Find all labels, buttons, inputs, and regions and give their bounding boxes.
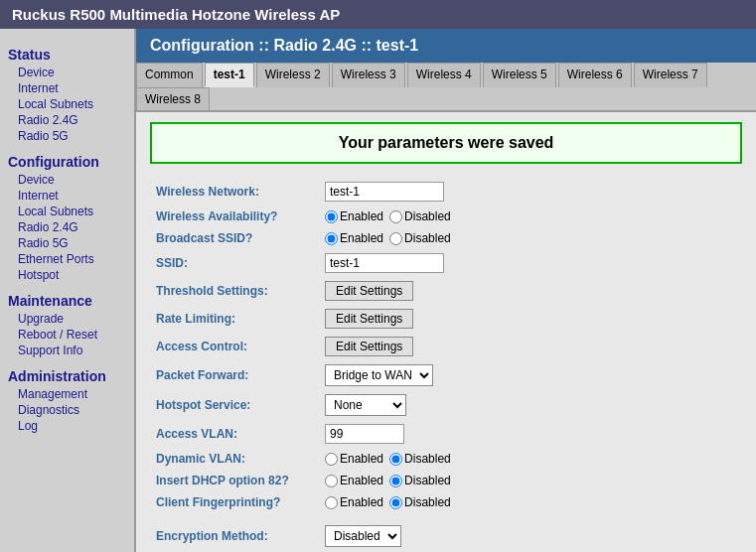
sidebar-item[interactable]: Log: [8, 418, 126, 434]
client-fingerprinting-disabled-radio[interactable]: [389, 496, 402, 509]
wireless-network-input[interactable]: [325, 182, 444, 202]
dynamic-vlan-radios: Enabled Disabled: [325, 452, 736, 466]
access-control-label: Access Control:: [150, 333, 319, 360]
sidebar-item[interactable]: Upgrade: [8, 311, 126, 327]
threshold-edit-button[interactable]: Edit Settings: [325, 281, 413, 301]
sidebar-section-title: Maintenance: [8, 293, 126, 309]
wireless-network-row: Wireless Network:: [150, 178, 742, 206]
dynamic-vlan-disabled-radio[interactable]: [389, 453, 402, 466]
settings-form: Wireless Network: Wireless Availability?…: [150, 178, 742, 551]
dynamic-vlan-disabled-label[interactable]: Disabled: [389, 452, 451, 466]
sidebar-section-title: Status: [8, 47, 126, 63]
tab-wireless-8[interactable]: Wireless 8: [136, 87, 210, 110]
success-message: Your parameters were saved: [150, 122, 742, 164]
insert-dhcp-disabled-label[interactable]: Disabled: [389, 474, 451, 487]
insert-dhcp-disabled-radio[interactable]: [389, 475, 402, 487]
sidebar: StatusDeviceInternetLocal SubnetsRadio 2…: [0, 29, 134, 552]
client-fingerprinting-row: Client Fingerprinting? Enabled Disabled: [150, 491, 742, 513]
hotspot-service-select[interactable]: None Hotspot 1 Hotspot 2: [325, 394, 406, 416]
broadcast-ssid-enabled-radio[interactable]: [325, 232, 338, 245]
hotspot-service-label: Hotspot Service:: [150, 390, 319, 420]
access-control-row: Access Control: Edit Settings: [150, 333, 742, 360]
packet-forward-select[interactable]: Bridge to WAN Local Bridge NAT: [325, 364, 433, 386]
wireless-availability-label: Wireless Availability?: [150, 206, 319, 227]
sidebar-item[interactable]: Ethernet Ports: [8, 251, 126, 267]
wireless-availability-row: Wireless Availability? Enabled Disabled: [150, 206, 742, 227]
broadcast-ssid-row: Broadcast SSID? Enabled Disabled: [150, 227, 742, 249]
tab-wireless-6[interactable]: Wireless 6: [558, 63, 632, 87]
access-vlan-input[interactable]: [325, 424, 404, 444]
client-fingerprinting-enabled-label[interactable]: Enabled: [325, 495, 383, 509]
encryption-method-label: Encryption Method:: [150, 521, 319, 551]
sidebar-item[interactable]: Internet: [8, 188, 126, 204]
sidebar-item[interactable]: Internet: [8, 80, 126, 96]
insert-dhcp-enabled-radio[interactable]: [325, 475, 338, 487]
wireless-network-value: [319, 178, 742, 206]
broadcast-ssid-disabled-label[interactable]: Disabled: [389, 231, 451, 245]
tab-wireless-5[interactable]: Wireless 5: [483, 63, 556, 87]
wireless-availability-enabled-label[interactable]: Enabled: [325, 209, 383, 223]
tab-wireless-2[interactable]: Wireless 2: [256, 63, 330, 87]
broadcast-ssid-label: Broadcast SSID?: [150, 227, 319, 249]
sidebar-section-title: Configuration: [8, 154, 126, 170]
sidebar-section-title: Administration: [8, 368, 126, 384]
threshold-label: Threshold Settings:: [150, 277, 319, 305]
insert-dhcp-enabled-label[interactable]: Enabled: [325, 474, 383, 487]
wireless-availability-disabled-label[interactable]: Disabled: [389, 209, 451, 223]
access-control-edit-button[interactable]: Edit Settings: [325, 337, 413, 356]
access-vlan-row: Access VLAN:: [150, 420, 742, 448]
sidebar-item[interactable]: Device: [8, 65, 126, 80]
title-bar: Ruckus R500 Multimedia Hotzone Wireless …: [0, 0, 756, 29]
broadcast-ssid-radios: Enabled Disabled: [325, 231, 736, 245]
client-fingerprinting-radios: Enabled Disabled: [325, 495, 736, 509]
sidebar-item[interactable]: Hotspot: [8, 267, 126, 283]
insert-dhcp-row: Insert DHCP option 82? Enabled Disabled: [150, 470, 742, 491]
wireless-availability-enabled-radio[interactable]: [325, 210, 338, 223]
rate-limiting-label: Rate Limiting:: [150, 305, 319, 333]
main-content: Configuration :: Radio 2.4G :: test-1 Co…: [134, 29, 756, 552]
encryption-method-select[interactable]: Disabled WPA2 WPA WEP: [325, 525, 401, 547]
dynamic-vlan-enabled-label[interactable]: Enabled: [325, 452, 383, 466]
encryption-method-row: Encryption Method: Disabled WPA2 WPA WEP: [150, 521, 742, 551]
tab-wireless-7[interactable]: Wireless 7: [634, 63, 707, 87]
client-fingerprinting-label: Client Fingerprinting?: [150, 491, 319, 513]
ssid-row: SSID:: [150, 249, 742, 277]
sidebar-item[interactable]: Local Subnets: [8, 96, 126, 112]
dynamic-vlan-row: Dynamic VLAN: Enabled Disabled: [150, 448, 742, 470]
packet-forward-label: Packet Forward:: [150, 360, 319, 390]
access-vlan-label: Access VLAN:: [150, 420, 319, 448]
threshold-row: Threshold Settings: Edit Settings: [150, 277, 742, 305]
ssid-input[interactable]: [325, 253, 444, 273]
client-fingerprinting-disabled-label[interactable]: Disabled: [389, 495, 451, 509]
tab-wireless-3[interactable]: Wireless 3: [332, 63, 405, 87]
broadcast-ssid-enabled-label[interactable]: Enabled: [325, 231, 383, 245]
sidebar-item[interactable]: Radio 2.4G: [8, 219, 126, 235]
wireless-availability-radios: Enabled Disabled: [325, 209, 736, 223]
rate-limiting-row: Rate Limiting: Edit Settings: [150, 305, 742, 333]
tab-test-1[interactable]: test-1: [205, 63, 254, 87]
rate-limiting-edit-button[interactable]: Edit Settings: [325, 309, 413, 329]
broadcast-ssid-disabled-radio[interactable]: [389, 232, 402, 245]
hotspot-service-row: Hotspot Service: None Hotspot 1 Hotspot …: [150, 390, 742, 420]
ssid-label: SSID:: [150, 249, 319, 277]
sidebar-item[interactable]: Support Info: [8, 343, 126, 358]
sidebar-item[interactable]: Management: [8, 386, 126, 402]
insert-dhcp-radios: Enabled Disabled: [325, 474, 736, 487]
tab-common[interactable]: Common: [136, 63, 203, 87]
sidebar-item[interactable]: Diagnostics: [8, 402, 126, 418]
sidebar-item[interactable]: Local Subnets: [8, 204, 126, 219]
sidebar-item[interactable]: Device: [8, 172, 126, 188]
client-fingerprinting-enabled-radio[interactable]: [325, 496, 338, 509]
wireless-network-label: Wireless Network:: [150, 178, 319, 206]
tabs: Commontest-1Wireless 2Wireless 3Wireless…: [136, 63, 756, 112]
wireless-availability-disabled-radio[interactable]: [389, 210, 402, 223]
title-text: Ruckus R500 Multimedia Hotzone Wireless …: [12, 6, 340, 23]
dynamic-vlan-enabled-radio[interactable]: [325, 453, 338, 466]
sidebar-item[interactable]: Reboot / Reset: [8, 327, 126, 343]
tab-wireless-4[interactable]: Wireless 4: [407, 63, 481, 87]
sidebar-item[interactable]: Radio 2.4G: [8, 112, 126, 128]
content-area: Your parameters were saved Wireless Netw…: [136, 112, 756, 552]
sidebar-item[interactable]: Radio 5G: [8, 235, 126, 251]
sidebar-item[interactable]: Radio 5G: [8, 128, 126, 144]
page-header: Configuration :: Radio 2.4G :: test-1: [136, 29, 756, 63]
